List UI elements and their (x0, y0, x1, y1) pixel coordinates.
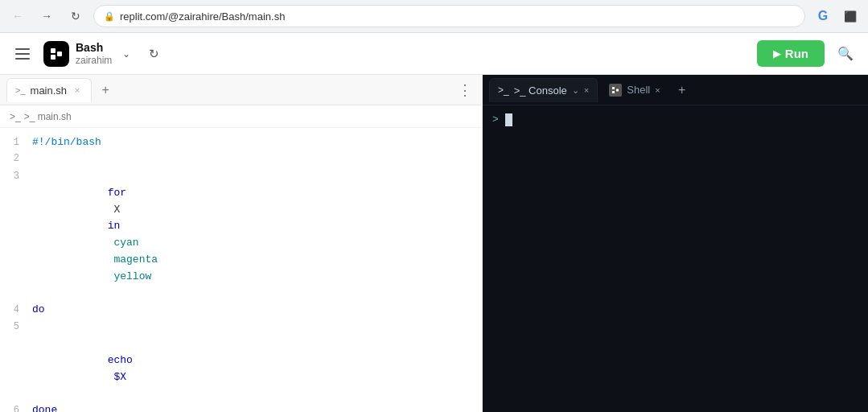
google-button[interactable]: G (812, 5, 834, 27)
console-close-icon[interactable]: × (584, 85, 589, 95)
tab-label: main.sh (31, 84, 68, 97)
repl-info: Bash zairahim (76, 41, 112, 66)
code-magenta: magenta (108, 253, 158, 266)
hamburger-line-2 (15, 53, 30, 55)
hamburger-line-1 (15, 48, 30, 50)
tab-menu-button[interactable]: ⋮ (455, 80, 475, 101)
forward-button[interactable]: → (35, 5, 58, 27)
code-line-4: 4 do (0, 302, 482, 319)
run-label: Run (785, 47, 808, 60)
shell-logo-icon (609, 84, 622, 97)
code-editor[interactable]: 1 #!/bin/bash 2 3 for X in cyan (0, 128, 482, 412)
svg-rect-4 (612, 91, 615, 93)
terminal-area[interactable]: > (483, 105, 868, 412)
add-tab-button[interactable]: + (95, 80, 116, 101)
top-bar-right: 🔍 (833, 41, 858, 67)
tab-terminal-icon: >_ (15, 85, 26, 95)
code-cyan: cyan (108, 237, 139, 249)
repl-dropdown-button[interactable]: ⌄ (118, 46, 134, 62)
editor-tabs: >_ main.sh × + ⋮ (0, 75, 482, 105)
replit-logo-area: Bash zairahim ⌄ ↻ (43, 41, 167, 67)
line-number-6: 6 (0, 403, 32, 412)
console-dropdown-icon: ⌄ (572, 85, 579, 96)
line-content-4: do (32, 302, 482, 319)
console-tab[interactable]: >_ >_ Console ⌄ × (489, 78, 598, 102)
run-button[interactable]: ▶ Run (757, 40, 825, 67)
hamburger-line-3 (15, 58, 30, 60)
main-content: >_ main.sh × + ⋮ >_ >_ main.sh 1 #!/bin/… (0, 75, 868, 412)
breadcrumb-text: >_ main.sh (24, 111, 72, 122)
extensions-button[interactable]: ⬛ (839, 5, 862, 27)
top-bar: Bash zairahim ⌄ ↻ ▶ Run 🔍 (0, 33, 868, 75)
add-right-tab-button[interactable]: + (672, 80, 693, 101)
line-number-5: 5 (0, 319, 32, 335)
right-panel: >_ >_ Console ⌄ × Shell × + > (483, 75, 868, 412)
breadcrumb-icon: >_ (10, 111, 21, 122)
code-line-3: 3 for X in cyan magenta yellow (0, 168, 482, 302)
tab-close-icon[interactable]: × (72, 84, 83, 96)
browser-toolbar: ← → ↻ 🔒 replit.com/@zairahire/Bash/main.… (0, 0, 868, 32)
line-number-1: 1 (0, 135, 32, 150)
svg-rect-3 (612, 87, 615, 89)
svg-rect-0 (51, 48, 56, 53)
main-sh-tab[interactable]: >_ main.sh × (6, 78, 92, 102)
search-button[interactable]: 🔍 (833, 41, 858, 67)
shell-tab[interactable]: Shell × (601, 78, 668, 102)
console-terminal-icon: >_ (498, 84, 509, 96)
svg-rect-1 (51, 55, 56, 60)
kw-in: in (108, 220, 121, 232)
indent-space (108, 337, 121, 349)
code-line-6: 6 done (0, 402, 482, 412)
lock-icon: 🔒 (104, 11, 115, 22)
code-x-var: X (108, 204, 126, 216)
app-container: Bash zairahim ⌄ ↻ ▶ Run 🔍 >_ main.sh × (0, 33, 868, 412)
line-content-1: #!/bin/bash (32, 134, 482, 151)
terminal-cursor (505, 113, 512, 126)
refresh-button[interactable]: ↻ (64, 5, 87, 27)
line-number-4: 4 (0, 303, 32, 318)
repl-user: zairahim (76, 55, 112, 66)
repl-refresh-button[interactable]: ↻ (141, 41, 167, 67)
console-tab-label: >_ Console (514, 84, 567, 97)
shell-tab-label: Shell (627, 84, 650, 96)
browser-chrome: ← → ↻ 🔒 replit.com/@zairahire/Bash/main.… (0, 0, 868, 33)
url-text: replit.com/@zairahire/Bash/main.sh (120, 10, 285, 23)
svg-rect-5 (616, 89, 619, 91)
repl-name: Bash (76, 41, 112, 55)
line-number-2: 2 (0, 151, 32, 167)
line-number-3: 3 (0, 169, 32, 184)
editor-breadcrumb: >_ >_ main.sh (0, 105, 482, 128)
editor-panel: >_ main.sh × + ⋮ >_ >_ main.sh 1 #!/bin/… (0, 75, 483, 412)
kw-echo: echo (108, 354, 133, 366)
code-dollar-x: $X (108, 371, 126, 383)
terminal-prompt: > (492, 113, 499, 126)
right-tabs: >_ >_ Console ⌄ × Shell × + (483, 75, 868, 105)
back-button[interactable]: ← (6, 5, 29, 27)
play-icon: ▶ (773, 48, 780, 60)
replit-logo (43, 41, 69, 67)
browser-actions: G ⬛ (812, 5, 862, 27)
address-bar[interactable]: 🔒 replit.com/@zairahire/Bash/main.sh (93, 5, 805, 27)
code-line-5: 5 echo $X (0, 319, 482, 402)
replit-logo-svg (48, 46, 64, 62)
sidebar-toggle-button[interactable] (10, 41, 35, 67)
line-content-3: for X in cyan magenta yellow (32, 168, 482, 302)
svg-rect-2 (57, 52, 62, 56)
line-content-6: done (32, 402, 482, 412)
kw-for: for (108, 187, 126, 199)
shell-close-icon[interactable]: × (655, 85, 660, 95)
code-yellow: yellow (108, 270, 152, 282)
code-line-2: 2 (0, 151, 482, 168)
line-content-5: echo $X (32, 319, 482, 402)
code-line-1: 1 #!/bin/bash (0, 134, 482, 151)
